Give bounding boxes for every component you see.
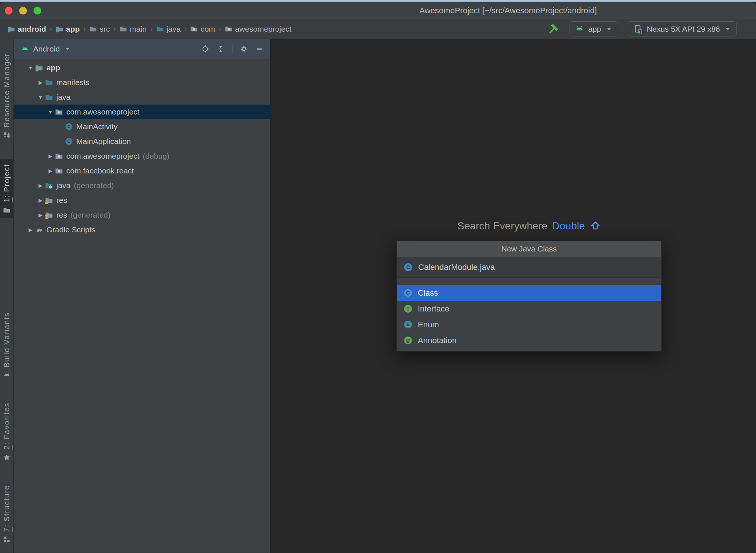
folder-icon — [119, 25, 127, 33]
stripe-button-structure[interactable]: 7: Structure — [0, 480, 13, 547]
tree-toggle-icon[interactable]: ▶ — [46, 168, 55, 174]
tree-row-java[interactable]: ▶java(generated) — [14, 178, 270, 193]
module-folder-icon — [7, 25, 15, 33]
tree-row-res[interactable]: ▶res — [14, 193, 270, 208]
kind-label: Interface — [418, 304, 449, 314]
kind-label: Annotation — [418, 336, 456, 345]
interface-icon: I — [403, 304, 413, 313]
breadcrumb-item-android[interactable]: android — [7, 25, 46, 34]
chevron-down-icon — [605, 25, 613, 33]
tree-annotation: (debug) — [143, 152, 169, 161]
run-config-selector[interactable]: app — [570, 21, 618, 36]
tree-row-java[interactable]: ▼java — [14, 90, 270, 105]
tree-row-com.awesomeproject[interactable]: ▼com.awesomeproject — [14, 105, 270, 119]
run-config-label: app — [588, 25, 601, 34]
package-icon — [190, 25, 198, 33]
breadcrumb-item-main[interactable]: main — [119, 25, 147, 34]
breadcrumb-separator: › — [150, 24, 153, 34]
tree-toggle-icon[interactable]: ▼ — [26, 65, 35, 71]
titlebar: AwesomeProject [~/src/AwesomeProject/and… — [0, 2, 756, 19]
breadcrumb-label: app — [66, 25, 80, 34]
tree-row-app[interactable]: ▼app — [14, 60, 270, 75]
stripe-button-build-variants[interactable]: Build Variants — [0, 308, 13, 383]
chevron-down-icon — [724, 25, 731, 33]
tree-toggle-icon[interactable]: ▶ — [36, 197, 45, 203]
popup-title: New Java Class — [397, 241, 661, 257]
tree-annotation: (generated) — [74, 181, 114, 190]
tree-row-mainapplication[interactable]: CMainApplication — [14, 134, 270, 149]
breadcrumb: android›app›src›main›java›com›awesomepro… — [7, 24, 291, 34]
tree-toggle-icon[interactable]: ▶ — [26, 227, 35, 233]
breadcrumb-label: com — [200, 25, 215, 34]
divider — [232, 44, 232, 54]
class-name-input[interactable]: C CalendarModule.java — [397, 257, 661, 278]
class-icon: C — [403, 263, 413, 272]
device-selector[interactable]: Nexus 5X API 29 x86 — [628, 21, 737, 36]
tree-row-com.facebook.react[interactable]: ▶com.facebook.react — [14, 163, 270, 178]
kind-option-annotation[interactable]: @Annotation — [397, 332, 661, 348]
breadcrumb-item-java[interactable]: java — [156, 25, 181, 34]
hide-panel-icon[interactable] — [255, 45, 263, 53]
tree-toggle-icon[interactable]: ▶ — [36, 80, 45, 85]
tree-row-gradle-scripts[interactable]: ▶Gradle Scripts — [14, 222, 270, 237]
stripe-button-project[interactable]: 1: Project — [0, 159, 13, 218]
panel-actions — [201, 44, 263, 54]
module-folder-icon — [56, 25, 63, 33]
project-view-selector[interactable]: Android — [33, 45, 60, 53]
annotation-icon: @ — [403, 336, 413, 345]
tree-row-mainactivity[interactable]: CMainActivity — [14, 119, 270, 134]
tree-toggle-icon[interactable]: ▼ — [36, 94, 45, 100]
class-name-value: CalendarModule.java — [418, 263, 495, 272]
build-hammer-icon[interactable] — [547, 23, 560, 35]
close-window-button[interactable] — [5, 7, 13, 14]
collapse-all-icon[interactable] — [217, 45, 225, 53]
breadcrumb-separator: › — [219, 24, 221, 34]
project-tool-window: Android ▼app▶manifests▼java▼com.awesomep… — [14, 39, 270, 553]
tree-row-com.awesomeproject[interactable]: ▶com.awesomeproject(debug) — [14, 149, 270, 163]
package-icon — [55, 167, 63, 175]
class-icon: C — [65, 123, 73, 131]
shift-key-icon — [590, 221, 601, 232]
breadcrumb-separator: › — [113, 24, 116, 34]
chevron-down-icon[interactable] — [64, 46, 71, 52]
breadcrumb-separator: › — [184, 24, 186, 34]
kind-option-enum[interactable]: EEnum — [397, 317, 661, 332]
gradle-icon — [35, 226, 43, 234]
stripe-button-favorites[interactable]: 2: Favorites — [0, 398, 13, 465]
locate-file-icon[interactable] — [201, 45, 209, 53]
tree-row-manifests[interactable]: ▶manifests — [14, 75, 270, 90]
android-head-gray-icon — [3, 371, 11, 379]
kind-option-class[interactable]: CClass — [397, 285, 661, 301]
tree-toggle-icon[interactable]: ▼ — [46, 109, 55, 115]
breadcrumb-label: android — [18, 25, 46, 34]
breadcrumb-item-app[interactable]: app — [56, 25, 80, 34]
svg-text:@: @ — [406, 338, 410, 343]
tree-row-res[interactable]: ▶res(generated) — [14, 208, 270, 222]
tree-annotation: (generated) — [70, 211, 111, 219]
kind-label: Enum — [418, 320, 439, 330]
hint-shortcut-text: Double — [552, 220, 585, 232]
tree-label: manifests — [56, 78, 90, 87]
resource-manager-icon — [3, 131, 11, 139]
breadcrumb-item-src[interactable]: src — [89, 25, 110, 34]
settings-gear-icon[interactable] — [240, 45, 248, 53]
folder-teal-icon — [45, 78, 53, 87]
minimize-window-button[interactable] — [19, 7, 27, 14]
enum-icon: E — [403, 320, 413, 329]
tree-label: res — [56, 196, 67, 205]
kind-option-interface[interactable]: IInterface — [397, 301, 661, 317]
tree-toggle-icon[interactable]: ▶ — [46, 153, 55, 159]
zoom-window-button[interactable] — [34, 7, 41, 14]
breadcrumb-item-com[interactable]: com — [190, 25, 215, 34]
kind-label: Class — [418, 288, 438, 298]
folder-generated-icon — [45, 182, 53, 190]
window-title: AwesomeProject [~/src/AwesomeProject/and… — [419, 6, 597, 15]
svg-text:C: C — [406, 264, 410, 270]
screen: AwesomeProject [~/src/AwesomeProject/and… — [0, 0, 756, 553]
svg-text:I: I — [407, 306, 409, 311]
breadcrumb-item-awesomeproject[interactable]: awesomeproject — [225, 25, 291, 34]
tree-toggle-icon[interactable]: ▶ — [36, 183, 45, 189]
stripe-label: 2: Favorites — [3, 402, 11, 450]
tree-toggle-icon[interactable]: ▶ — [36, 212, 45, 218]
stripe-button-resource-manager[interactable]: Resource Manager — [0, 49, 13, 143]
